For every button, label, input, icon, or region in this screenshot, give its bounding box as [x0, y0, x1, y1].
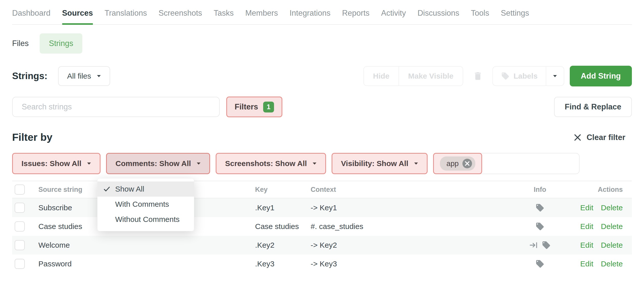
key-cell: .Key2	[255, 241, 311, 249]
labels-split-button: Labels	[492, 66, 564, 86]
labels-caret-button[interactable]	[546, 67, 564, 85]
tag-icon	[542, 241, 551, 250]
filters-count-badge: 1	[263, 102, 274, 112]
search-row: Filters 1 Find & Replace	[12, 97, 632, 117]
row-checkbox[interactable]	[15, 203, 25, 213]
delete-link[interactable]: Delete	[601, 203, 623, 212]
label-chip-text: app	[447, 159, 459, 168]
edit-link[interactable]: Edit	[580, 222, 593, 231]
delete-link[interactable]: Delete	[601, 222, 623, 231]
chevron-down-icon	[312, 162, 317, 165]
nav-tab-translations[interactable]: Translations	[105, 9, 147, 24]
filter-panel-title: Filter by	[12, 131, 52, 143]
actions-cell: Edit Delete	[565, 260, 632, 268]
nav-tab-settings[interactable]: Settings	[501, 9, 529, 24]
search-input[interactable]	[12, 97, 220, 117]
table-row: Welcome .Key2 -> Key2 Edit Delete	[12, 236, 632, 255]
column-header-context: Context	[311, 186, 515, 194]
chevron-down-icon	[97, 75, 101, 78]
screenshots-filter-label: Screenshots: Show All	[225, 159, 307, 168]
menu-item-without-comments[interactable]: Without Comments	[97, 212, 194, 227]
column-header-info: Info	[515, 186, 565, 194]
close-icon	[574, 133, 582, 142]
top-navigation: Dashboard Sources Translations Screensho…	[12, 0, 632, 25]
screenshots-filter-dropdown[interactable]: Screenshots: Show All	[216, 153, 326, 174]
visibility-button-group: Hide Make Visible	[363, 66, 463, 86]
nav-tab-dashboard[interactable]: Dashboard	[12, 9, 51, 24]
trash-icon	[473, 71, 483, 81]
clear-filter-button[interactable]: Clear filter	[574, 133, 625, 142]
issues-filter-label: Issues: Show All	[21, 159, 81, 168]
table-row: Password .Key3 -> Key3 Edit Delete	[12, 255, 632, 273]
remove-label-button[interactable]	[462, 158, 472, 169]
context-cell: -> Key3	[311, 260, 515, 268]
tab-strings[interactable]: Strings	[40, 33, 82, 54]
labels-button[interactable]: Labels	[493, 67, 546, 85]
check-icon	[103, 185, 111, 193]
strings-toolbar: Strings: All files Hide Make Visible Lab…	[12, 66, 632, 86]
comments-dropdown-menu: Show All With Comments Without Comments	[97, 178, 194, 231]
nav-tab-activity[interactable]: Activity	[381, 9, 406, 24]
menu-item-show-all[interactable]: Show All	[97, 181, 194, 197]
filter-chips-row: Issues: Show All Comments: Show All Scre…	[12, 153, 632, 174]
comments-filter-dropdown[interactable]: Comments: Show All	[106, 153, 210, 174]
file-filter-dropdown[interactable]: All files	[58, 66, 110, 86]
menu-item-label: Without Comments	[115, 215, 180, 224]
info-cell	[515, 203, 565, 212]
context-cell: #. case_studies	[311, 222, 515, 231]
edit-link[interactable]: Edit	[580, 260, 593, 268]
actions-cell: Edit Delete	[565, 222, 632, 231]
nav-tab-discussions[interactable]: Discussions	[417, 9, 459, 24]
row-checkbox[interactable]	[15, 259, 25, 269]
edit-link[interactable]: Edit	[580, 241, 593, 249]
actions-cell: Edit Delete	[565, 241, 632, 249]
remove-circle-icon	[462, 158, 472, 169]
chevron-down-icon	[196, 162, 201, 165]
key-cell: .Key1	[255, 203, 311, 212]
chevron-down-icon	[414, 162, 418, 165]
max-length-icon	[529, 241, 538, 249]
info-cell	[515, 259, 565, 268]
context-cell: -> Key1	[311, 203, 515, 212]
make-visible-button[interactable]: Make Visible	[399, 67, 463, 85]
tag-icon	[535, 203, 544, 212]
chevron-down-icon	[553, 75, 557, 78]
key-cell: .Key3	[255, 260, 311, 268]
nav-tab-members[interactable]: Members	[245, 9, 278, 24]
delete-link[interactable]: Delete	[601, 241, 623, 249]
hide-button[interactable]: Hide	[364, 67, 399, 85]
info-cell	[515, 241, 565, 250]
menu-item-with-comments[interactable]: With Comments	[97, 197, 194, 212]
edit-link[interactable]: Edit	[580, 203, 593, 212]
nav-tab-tasks[interactable]: Tasks	[214, 9, 234, 24]
visibility-filter-dropdown[interactable]: Visibility: Show All	[332, 153, 428, 174]
add-string-button[interactable]: Add String	[570, 66, 632, 86]
labels-button-label: Labels	[514, 72, 538, 80]
nav-tab-integrations[interactable]: Integrations	[289, 9, 330, 24]
menu-item-label: Show All	[115, 185, 144, 193]
find-replace-button[interactable]: Find & Replace	[554, 97, 632, 117]
chevron-down-icon	[87, 162, 91, 165]
labels-filter-input[interactable]: app	[433, 153, 580, 174]
delete-strings-button[interactable]	[473, 71, 483, 81]
nav-tab-tools[interactable]: Tools	[471, 9, 489, 24]
menu-item-label: With Comments	[115, 200, 169, 209]
row-checkbox[interactable]	[15, 221, 25, 232]
toolbar-actions: Hide Make Visible Labels Add String	[363, 66, 632, 86]
issues-filter-dropdown[interactable]: Issues: Show All	[12, 153, 101, 174]
nav-tab-sources[interactable]: Sources	[62, 9, 93, 24]
delete-link[interactable]: Delete	[601, 260, 623, 268]
label-chip-app: app	[440, 156, 475, 171]
nav-tab-screenshots[interactable]: Screenshots	[159, 9, 202, 24]
clear-filter-label: Clear filter	[587, 133, 625, 142]
nav-tab-reports[interactable]: Reports	[342, 9, 369, 24]
strings-title: Strings:	[12, 71, 47, 81]
filter-panel-header: Filter by Clear filter	[12, 131, 632, 143]
select-all-checkbox[interactable]	[15, 184, 25, 195]
context-cell: -> Key2	[311, 241, 515, 249]
filters-button[interactable]: Filters 1	[226, 97, 282, 117]
tab-files[interactable]: Files	[12, 39, 29, 48]
page: Dashboard Sources Translations Screensho…	[0, 0, 644, 273]
visibility-filter-label: Visibility: Show All	[341, 159, 408, 168]
row-checkbox[interactable]	[15, 240, 25, 250]
